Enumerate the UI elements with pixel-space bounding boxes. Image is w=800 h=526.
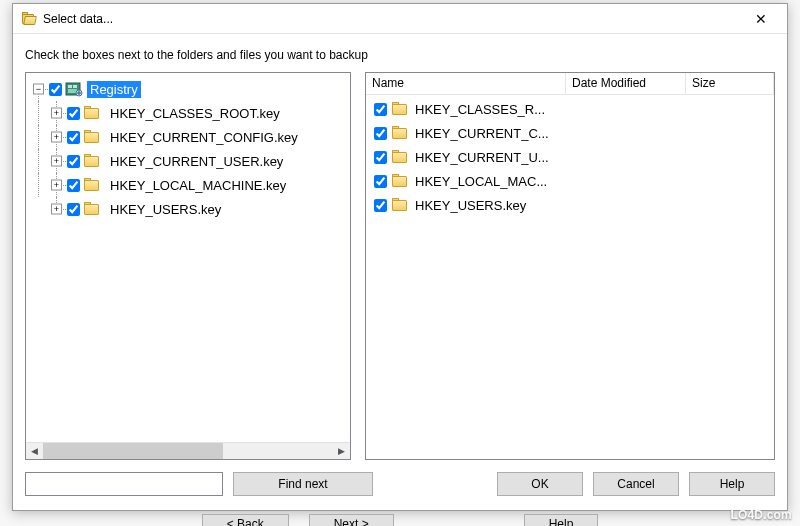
folder-icon — [83, 129, 101, 145]
tree-checkbox-registry[interactable] — [49, 83, 62, 96]
select-data-dialog: Select data... ✕ Check the boxes next to… — [12, 3, 788, 511]
scroll-thumb[interactable] — [43, 443, 223, 459]
list-checkbox[interactable] — [374, 103, 387, 116]
window-title: Select data... — [43, 12, 113, 26]
tree-label[interactable]: HKEY_CURRENT_CONFIG.key — [107, 129, 301, 146]
folder-icon — [391, 173, 409, 189]
open-folder-icon — [21, 11, 37, 27]
tree-indent — [30, 149, 48, 173]
expand-icon[interactable]: + — [51, 204, 62, 215]
tree-indent — [30, 197, 48, 221]
dialog-footer: Find next OK Cancel Help — [13, 460, 787, 510]
list-item[interactable]: HKEY_CURRENT_C... — [370, 121, 774, 145]
list-item-name: HKEY_USERS.key — [415, 198, 526, 213]
folder-icon — [83, 153, 101, 169]
expand-icon[interactable]: + — [51, 180, 62, 191]
registry-icon — [65, 81, 83, 97]
expand-icon[interactable]: + — [51, 108, 62, 119]
watermark: LO4D.com — [730, 508, 792, 522]
tree-checkbox[interactable] — [67, 179, 80, 192]
cancel-button[interactable]: Cancel — [593, 472, 679, 496]
wizard-back-button[interactable]: < Back — [202, 514, 289, 526]
folder-icon — [391, 149, 409, 165]
list-header: Name Date Modified Size — [366, 73, 774, 95]
list-item-name: HKEY_CURRENT_C... — [415, 126, 549, 141]
expand-icon[interactable]: + — [51, 156, 62, 167]
tree-node[interactable]: + HKEY_CURRENT_CONFIG.key — [30, 125, 350, 149]
tree-connector: + — [48, 101, 66, 125]
column-header-size[interactable]: Size — [686, 73, 774, 94]
folder-icon — [83, 201, 101, 217]
svg-rect-6 — [77, 92, 81, 93]
parent-wizard-buttons: < Back Next > Help — [0, 512, 800, 526]
collapse-icon[interactable]: − — [33, 84, 44, 95]
list-panel: Name Date Modified Size HKEY_CLASSES_R..… — [365, 72, 775, 460]
find-next-button[interactable]: Find next — [233, 472, 373, 496]
tree-connector: + — [48, 125, 66, 149]
list-item[interactable]: HKEY_CURRENT_U... — [370, 145, 774, 169]
body-area: − Registry — [13, 72, 787, 460]
horizontal-scrollbar[interactable]: ◀ ▶ — [26, 442, 350, 459]
search-input[interactable] — [25, 472, 223, 496]
svg-rect-1 — [68, 85, 72, 88]
folder-icon — [83, 177, 101, 193]
list-item-name: HKEY_CLASSES_R... — [415, 102, 545, 117]
tree-node-registry[interactable]: − Registry — [30, 77, 350, 101]
tree-indent — [30, 101, 48, 125]
tree-label[interactable]: HKEY_CURRENT_USER.key — [107, 153, 286, 170]
tree-label[interactable]: HKEY_CLASSES_ROOT.key — [107, 105, 283, 122]
list-item[interactable]: HKEY_USERS.key — [370, 193, 774, 217]
list-view[interactable]: HKEY_CLASSES_R... HKEY_CURRENT_C... HKEY… — [366, 95, 774, 459]
tree-checkbox[interactable] — [67, 203, 80, 216]
tree-label[interactable]: HKEY_USERS.key — [107, 201, 224, 218]
tree-view[interactable]: − Registry — [26, 73, 350, 442]
folder-icon — [391, 125, 409, 141]
svg-rect-2 — [73, 85, 77, 88]
instruction-text: Check the boxes next to the folders and … — [13, 34, 787, 72]
tree-label-registry[interactable]: Registry — [87, 81, 141, 98]
column-header-name[interactable]: Name — [366, 73, 566, 94]
scroll-left-button[interactable]: ◀ — [26, 443, 43, 459]
tree-checkbox[interactable] — [67, 107, 80, 120]
folder-icon — [83, 105, 101, 121]
list-checkbox[interactable] — [374, 199, 387, 212]
tree-node[interactable]: + HKEY_LOCAL_MACHINE.key — [30, 173, 350, 197]
list-item[interactable]: HKEY_LOCAL_MAC... — [370, 169, 774, 193]
tree-node[interactable]: + HKEY_USERS.key — [30, 197, 350, 221]
tree-connector: + — [48, 173, 66, 197]
tree-label[interactable]: HKEY_LOCAL_MACHINE.key — [107, 177, 289, 194]
tree-connector: − — [30, 77, 48, 101]
wizard-help-button[interactable]: Help — [524, 514, 599, 526]
scroll-right-button[interactable]: ▶ — [333, 443, 350, 459]
tree-checkbox[interactable] — [67, 155, 80, 168]
chevron-right-icon: ▶ — [338, 446, 345, 456]
close-icon: ✕ — [755, 11, 767, 27]
close-button[interactable]: ✕ — [738, 5, 783, 33]
expand-icon[interactable]: + — [51, 132, 62, 143]
tree-node[interactable]: + HKEY_CURRENT_USER.key — [30, 149, 350, 173]
list-item[interactable]: HKEY_CLASSES_R... — [370, 97, 774, 121]
help-button[interactable]: Help — [689, 472, 775, 496]
column-header-date[interactable]: Date Modified — [566, 73, 686, 94]
tree-indent — [30, 125, 48, 149]
chevron-left-icon: ◀ — [31, 446, 38, 456]
ok-button[interactable]: OK — [497, 472, 583, 496]
list-checkbox[interactable] — [374, 175, 387, 188]
tree-panel: − Registry — [25, 72, 351, 460]
list-checkbox[interactable] — [374, 151, 387, 164]
folder-icon — [391, 101, 409, 117]
wizard-next-button[interactable]: Next > — [309, 514, 394, 526]
list-checkbox[interactable] — [374, 127, 387, 140]
tree-checkbox[interactable] — [67, 131, 80, 144]
tree-connector: + — [48, 149, 66, 173]
tree-indent — [30, 173, 48, 197]
folder-icon — [391, 197, 409, 213]
tree-connector: + — [48, 197, 66, 221]
tree-node[interactable]: + HKEY_CLASSES_ROOT.key — [30, 101, 350, 125]
titlebar: Select data... ✕ — [13, 4, 787, 34]
scroll-track[interactable] — [43, 443, 333, 459]
list-item-name: HKEY_LOCAL_MAC... — [415, 174, 547, 189]
list-item-name: HKEY_CURRENT_U... — [415, 150, 549, 165]
